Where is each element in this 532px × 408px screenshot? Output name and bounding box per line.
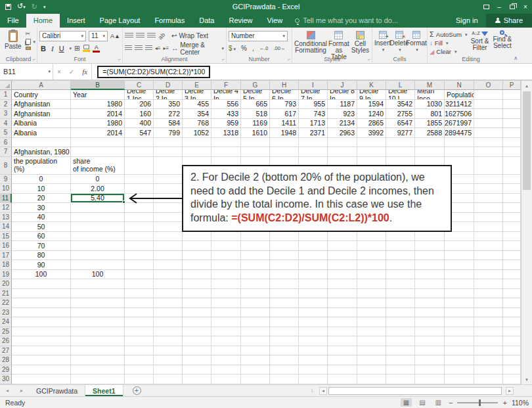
cell-O17[interactable] <box>474 251 503 261</box>
cell-P16[interactable] <box>503 241 521 251</box>
cell-O21[interactable] <box>474 289 503 299</box>
cell-J17[interactable] <box>328 251 357 261</box>
cell-O30[interactable] <box>474 374 503 384</box>
cell-J7[interactable] <box>328 147 357 157</box>
new-sheet-button[interactable]: + <box>133 386 141 395</box>
cell-P2[interactable] <box>503 100 521 110</box>
percent-style-button[interactable]: % <box>241 45 247 52</box>
cell-C19[interactable] <box>125 270 154 280</box>
cell-J16[interactable] <box>328 241 357 251</box>
cell-N15[interactable] <box>445 232 474 242</box>
cell-C22[interactable] <box>125 298 154 308</box>
cell-G18[interactable] <box>241 260 270 270</box>
col-header-L[interactable]: L <box>386 81 415 90</box>
cell-D21[interactable] <box>154 289 183 299</box>
cell-K19[interactable] <box>357 270 386 280</box>
cell-C17[interactable] <box>125 251 154 261</box>
cell-E6[interactable] <box>183 138 211 148</box>
cell-A10[interactable]: 10 <box>12 184 71 194</box>
cell-H4[interactable]: 1411 <box>270 119 299 129</box>
format-painter-button[interactable] <box>26 47 36 50</box>
underline-button[interactable]: U <box>58 45 66 53</box>
row-header-10[interactable]: 10 <box>0 184 12 194</box>
cell-M7[interactable] <box>415 147 445 157</box>
orientation-button[interactable]: ab <box>157 31 166 40</box>
hscroll-left-icon[interactable]: ◂ <box>319 387 327 395</box>
cell-L18[interactable] <box>386 260 415 270</box>
cell-G23[interactable] <box>241 308 270 318</box>
cell-P11[interactable] <box>503 194 521 204</box>
cell-I4[interactable]: 1713 <box>299 119 328 129</box>
ribbon-display-options-button[interactable] <box>479 0 493 13</box>
font-dialog-launcher-icon[interactable]: ⌐ <box>118 57 121 62</box>
cell-P17[interactable] <box>503 251 521 261</box>
cell-B17[interactable] <box>71 251 125 261</box>
page-break-view-icon[interactable]: ▥ <box>433 398 444 407</box>
cell-K29[interactable] <box>357 365 386 375</box>
cell-D20[interactable] <box>154 279 183 289</box>
cell-H5[interactable]: 1948 <box>270 128 299 138</box>
cell-L3[interactable]: 2755 <box>386 109 415 119</box>
cell-E19[interactable] <box>183 270 211 280</box>
save-icon[interactable] <box>5 4 11 10</box>
page-layout-view-icon[interactable]: ▤ <box>416 398 428 407</box>
cell-F1[interactable]: Decile 4 In <box>211 90 241 100</box>
cell-F18[interactable] <box>211 260 241 270</box>
cell-H16[interactable] <box>270 241 299 251</box>
cell-E27[interactable] <box>183 346 211 356</box>
cell-B3[interactable]: 2014 <box>71 109 125 119</box>
tab-view[interactable]: View <box>260 14 290 28</box>
cell-D26[interactable] <box>154 336 183 346</box>
cell-M18[interactable] <box>415 260 445 270</box>
cell-H24[interactable] <box>270 317 299 327</box>
cell-P27[interactable] <box>503 346 521 356</box>
cell-E30[interactable] <box>183 374 211 384</box>
cell-K27[interactable] <box>357 346 386 356</box>
cell-N16[interactable] <box>445 241 474 251</box>
cell-D19[interactable] <box>154 270 183 280</box>
cell-F26[interactable] <box>211 336 241 346</box>
enter-check-icon[interactable]: ✓ <box>65 68 78 76</box>
insert-cells-button[interactable]: + Insert ▾ <box>374 30 391 53</box>
row-header-20[interactable]: 20 <box>0 279 12 289</box>
cell-N24[interactable] <box>445 317 474 327</box>
row-header-30[interactable]: 30 <box>0 374 12 384</box>
col-header-K[interactable]: K <box>357 81 386 90</box>
cell-O4[interactable] <box>474 119 503 129</box>
cell-O3[interactable] <box>474 109 503 119</box>
cell-I28[interactable] <box>299 355 328 365</box>
row-header-5[interactable]: 5 <box>0 128 12 138</box>
cell-L28[interactable] <box>386 355 415 365</box>
cell-B23[interactable] <box>71 308 125 318</box>
row-header-27[interactable]: 27 <box>0 346 12 356</box>
cell-D27[interactable] <box>154 346 183 356</box>
cell-J4[interactable]: 2134 <box>328 119 357 129</box>
align-right-icon[interactable] <box>145 45 152 51</box>
cell-I18[interactable] <box>299 260 328 270</box>
cell-C6[interactable] <box>125 138 154 148</box>
number-format-select[interactable]: Number▾ <box>229 31 288 41</box>
cell-B13[interactable] <box>71 213 125 223</box>
cell-O29[interactable] <box>474 365 503 375</box>
formula-input[interactable]: =(SUM(C2:D2)/SUM(C2:L2))*100 <box>92 64 532 79</box>
cell-J29[interactable] <box>328 365 357 375</box>
cell-O6[interactable] <box>474 138 503 148</box>
cell-C14[interactable] <box>125 222 154 232</box>
cell-M17[interactable] <box>415 251 445 261</box>
cell-K20[interactable] <box>357 279 386 289</box>
clipboard-dialog-launcher-icon[interactable]: ⌐ <box>33 57 35 62</box>
fill-button[interactable]: ↓Fill▾ <box>430 39 467 47</box>
cell-C21[interactable] <box>125 289 154 299</box>
autosum-button[interactable]: ΣAutoSum▾ <box>430 31 467 38</box>
cell-F3[interactable]: 433 <box>211 109 241 119</box>
sheet-tab-gciprawdata[interactable]: GCIPrawdata <box>29 385 85 396</box>
cell-C4[interactable]: 400 <box>125 119 154 129</box>
cell-O27[interactable] <box>474 346 503 356</box>
cell-A3[interactable]: Afghanistan <box>12 109 71 119</box>
cell-M16[interactable] <box>415 241 445 251</box>
col-header-G[interactable]: G <box>241 81 270 90</box>
cell-J28[interactable] <box>328 355 357 365</box>
cell-A18[interactable]: 90 <box>12 260 71 270</box>
cell-B26[interactable] <box>71 336 125 346</box>
tab-data[interactable]: Data <box>192 14 221 28</box>
